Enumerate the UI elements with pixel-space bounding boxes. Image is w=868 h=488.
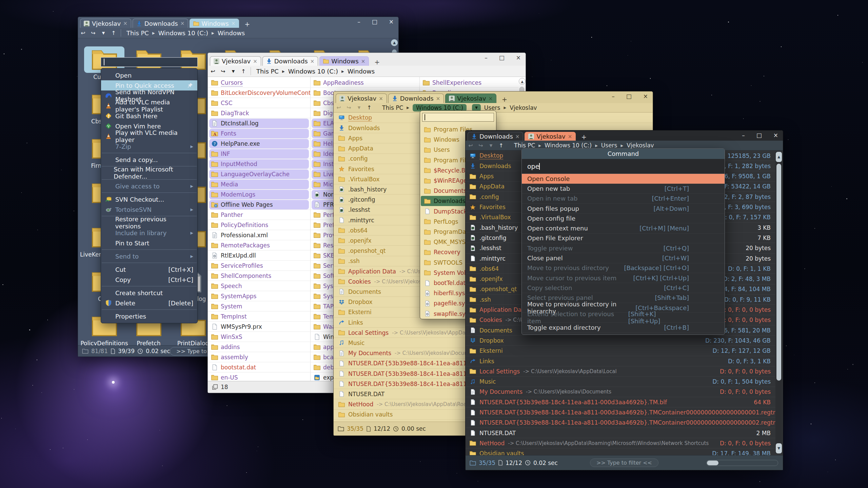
new-tab-button[interactable]: + — [498, 96, 511, 103]
tab-close-icon[interactable]: × — [489, 96, 493, 102]
tab-downloads[interactable]: Downloads× — [468, 132, 523, 141]
forward-icon[interactable]: ↪ — [218, 68, 228, 75]
breadcrumb-segment[interactable]: Vjekoslav — [510, 104, 537, 111]
file-item[interactable]: NTUSER.DAT{53b39e88-18c4-11ea-a811-000d3… — [466, 418, 775, 428]
file-item[interactable]: Local Settings-> C:\Users\Vjekoslav\AppD… — [466, 366, 775, 377]
maximize-button[interactable]: □ — [756, 132, 762, 139]
command-item-copy-selection[interactable]: Copy selection[Ctrl+C] — [522, 283, 725, 293]
new-tab-button[interactable]: + — [577, 133, 591, 141]
breadcrumb-segment[interactable]: Windows 10 (C:) — [158, 29, 208, 37]
file-item[interactable]: TempInst — [208, 311, 310, 322]
file-item[interactable]: RemotePackages — [208, 240, 310, 250]
scroll-down-icon[interactable]: ▼ — [776, 443, 782, 453]
menu-item-restore-previous-versions[interactable]: Restore previous versions — [101, 218, 197, 228]
tab-close-icon[interactable]: × — [231, 20, 236, 26]
file-item[interactable]: Panther — [208, 210, 310, 220]
menu-item-svn-checkout[interactable]: SVN Checkout... — [101, 194, 197, 204]
history-dropdown-icon[interactable]: ▼ — [486, 143, 496, 148]
dropdown-filter-input[interactable] — [422, 113, 494, 122]
menu-item-play-with-vlc-media-player[interactable]: Play with VLC media player — [101, 131, 197, 141]
tab-vjekoslav[interactable]: Vjekoslav× — [210, 56, 261, 66]
file-item[interactable]: assembly — [208, 352, 310, 362]
minimize-button[interactable]: – — [742, 132, 745, 139]
up-icon[interactable]: ↑ — [496, 142, 506, 149]
back-icon[interactable]: ↩ — [78, 30, 88, 36]
menu-item-create-shortcut[interactable]: Create shortcut — [101, 288, 197, 298]
tab-windows[interactable]: Windows× — [319, 56, 369, 66]
tab-downloads[interactable]: Downloads× — [262, 56, 318, 66]
menu-item-cut[interactable]: Cut[Ctrl+X] — [101, 264, 197, 274]
horizontal-scrollbar[interactable] — [706, 460, 778, 466]
menu-item-send-a-copy[interactable]: Send a copy... — [101, 155, 197, 165]
menu-item-scan-with-microsoft-defender[interactable]: Scan with Microsoft Defender... — [101, 168, 197, 178]
breadcrumb-segment[interactable]: Users — [484, 104, 500, 111]
breadcrumb-segment[interactable]: This PC — [126, 29, 149, 37]
minimize-button[interactable]: – — [485, 54, 488, 61]
tab-downloads[interactable]: Downloads× — [388, 94, 444, 103]
file-item[interactable]: MusicD: 0, F: 1, 504 bytes — [466, 377, 775, 387]
new-tab-button[interactable]: + — [240, 20, 254, 28]
command-item-open-files-popup[interactable]: Open files popup[Alt+Down] — [522, 204, 725, 214]
menu-item-add-to-vlc-media-player-s-playlist[interactable]: Add to VLC media player's Playlist — [101, 101, 197, 111]
command-item-move-cursor-to-previous-item[interactable]: Move cursor to previous item[Ctrl+K] [Ct… — [522, 273, 725, 283]
file-item[interactable]: WMSysPr9.prx — [208, 322, 310, 332]
close-button[interactable]: × — [516, 54, 521, 61]
scrollbar[interactable]: ▲ ▼ — [775, 151, 782, 454]
command-item-open-console[interactable]: Open Console — [522, 174, 725, 184]
tab-close-icon[interactable]: × — [568, 134, 572, 140]
scrollbar-thumb[interactable] — [776, 164, 781, 381]
file-item[interactable]: RtlExUpd.dll — [208, 250, 310, 261]
menu-item-send-to[interactable]: Send to▶ — [101, 251, 197, 261]
file-item[interactable]: NTUSER.DAT2 MB — [466, 428, 775, 438]
breadcrumb-segment[interactable]: This PC — [514, 142, 535, 149]
command-item-open-file-explorer[interactable]: Open File Explorer — [522, 233, 725, 243]
tab-vjekoslav[interactable]: Vjekoslav× — [80, 19, 131, 28]
file-item[interactable]: EksterniD: 12, F: 127, 12 GB — [466, 346, 775, 356]
breadcrumb-segment[interactable]: This PC — [256, 68, 279, 75]
tab-close-icon[interactable]: × — [180, 20, 185, 26]
back-icon[interactable]: ↩ — [466, 142, 476, 149]
menu-item-copy[interactable]: Copy[Ctrl+C] — [101, 274, 197, 285]
file-item[interactable]: ServiceProfiles — [208, 261, 310, 271]
close-button[interactable]: × — [773, 132, 778, 139]
tab-close-icon[interactable]: × — [436, 96, 440, 102]
forward-icon[interactable]: ↪ — [476, 142, 486, 149]
menu-item-open[interactable]: Open — [101, 70, 197, 80]
scroll-up-icon[interactable]: ▲ — [391, 39, 398, 46]
tab-close-icon[interactable]: × — [379, 96, 383, 102]
scroll-up-icon[interactable]: ▲ — [776, 152, 782, 162]
tab-close-icon[interactable]: × — [361, 58, 366, 64]
file-item[interactable]: Speech — [208, 281, 310, 291]
file-item[interactable]: My Documents-> C:\Users\Vjekoslav\Docume… — [466, 387, 775, 397]
file-item[interactable]: System — [208, 301, 310, 311]
file-item[interactable]: NTUSER.DAT{53b39e88-18c4-11ea-a811-000d3… — [466, 397, 775, 407]
file-item[interactable]: PolicyDefinitions — [208, 220, 310, 230]
maximize-button[interactable]: □ — [626, 93, 632, 100]
file-item[interactable]: ShellComponents — [208, 271, 310, 281]
file-item[interactable]: Cursors — [208, 78, 310, 88]
file-item[interactable]: Offline Web Pages — [208, 200, 310, 210]
rename-input[interactable] — [101, 57, 198, 67]
command-item-move-to-previous-directory[interactable]: Move to previous directory[Backspace] [C… — [522, 263, 725, 273]
history-dropdown-icon[interactable]: ▼ — [354, 105, 364, 110]
file-item[interactable]: DropboxD: 230, F: 1043, 46 GB — [466, 336, 775, 346]
menu-item-delete[interactable]: Delete[Delete] — [101, 298, 197, 308]
tab-downloads[interactable]: Downloads× — [133, 19, 188, 28]
breadcrumb-segment[interactable]: This PC — [382, 104, 403, 111]
command-item-extend-selection-to-previous-item[interactable]: Extend selection to previous item[Shift+… — [522, 313, 725, 323]
close-button[interactable]: × — [389, 18, 394, 25]
tab-vjekoslav[interactable]: Vjekoslav× — [336, 94, 387, 103]
breadcrumb-segment[interactable]: Windows — [218, 29, 245, 37]
menu-item-pin-to-start[interactable]: Pin to Start — [101, 238, 197, 248]
command-item-toggle-preview[interactable]: Toggle preview[Ctrl+Q] — [522, 243, 725, 253]
file-item[interactable]: INF — [208, 149, 310, 159]
file-item[interactable]: en-US — [208, 372, 310, 381]
command-item-open-context-menu[interactable]: Open context menu[Ctrl+M] [Menu] — [522, 223, 725, 233]
tab-close-icon[interactable]: × — [253, 58, 257, 64]
breadcrumb-segment[interactable]: Windows — [348, 68, 375, 75]
file-item[interactable]: WinSxS — [208, 332, 310, 342]
breadcrumb-segment[interactable]: Windows 10 (C:) — [545, 142, 592, 149]
scroll-up-icon[interactable]: ▲ — [519, 78, 526, 85]
file-item[interactable]: bootstat.dat — [208, 362, 310, 372]
menu-item-properties[interactable]: Properties — [101, 311, 197, 321]
